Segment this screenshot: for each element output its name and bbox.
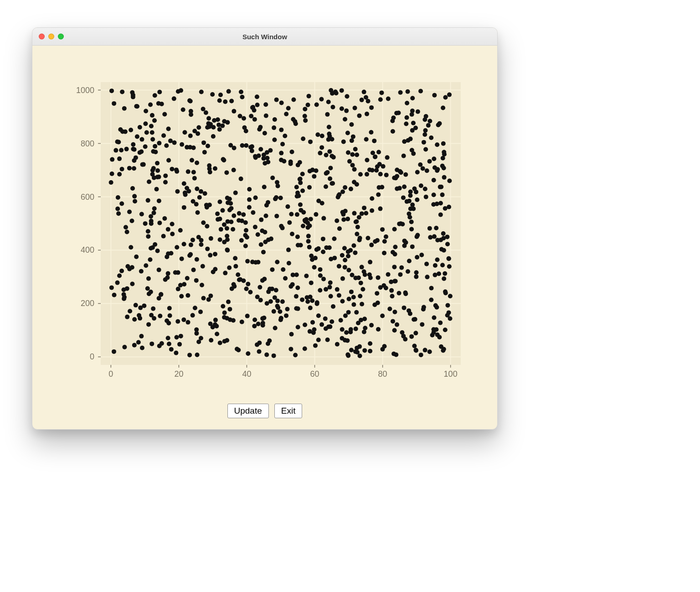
svg-point-461 xyxy=(217,99,222,103)
svg-point-280 xyxy=(372,139,376,143)
button-bar: Update Exit xyxy=(32,404,497,418)
svg-point-605 xyxy=(115,207,120,211)
svg-point-403 xyxy=(439,247,444,251)
svg-point-816 xyxy=(447,256,451,261)
svg-point-460 xyxy=(294,185,299,189)
svg-point-973 xyxy=(150,137,155,142)
svg-point-302 xyxy=(344,109,349,113)
svg-point-406 xyxy=(225,248,229,252)
svg-point-376 xyxy=(134,254,139,259)
svg-point-662 xyxy=(247,187,252,192)
svg-point-396 xyxy=(260,316,265,321)
svg-point-650 xyxy=(427,119,432,123)
svg-point-573 xyxy=(275,180,279,185)
svg-point-101 xyxy=(196,210,200,215)
svg-point-686 xyxy=(188,99,193,104)
svg-point-381 xyxy=(346,310,351,315)
svg-point-518 xyxy=(208,294,213,298)
svg-point-509 xyxy=(224,170,229,175)
svg-point-120 xyxy=(362,348,367,353)
svg-point-338 xyxy=(360,265,364,270)
svg-point-450 xyxy=(253,225,257,229)
svg-point-368 xyxy=(369,105,374,110)
svg-point-915 xyxy=(157,268,161,272)
svg-point-1031 xyxy=(375,164,380,169)
svg-point-395 xyxy=(349,290,354,294)
svg-point-206 xyxy=(327,149,332,154)
svg-point-68 xyxy=(153,93,157,98)
svg-point-271 xyxy=(152,206,157,211)
svg-point-821 xyxy=(243,220,248,225)
svg-point-522 xyxy=(423,147,428,152)
svg-point-738 xyxy=(138,125,142,130)
exit-button[interactable]: Exit xyxy=(274,404,303,418)
svg-point-956 xyxy=(353,147,358,151)
svg-point-972 xyxy=(155,175,160,179)
svg-point-104 xyxy=(386,272,391,277)
svg-point-834 xyxy=(442,150,446,155)
svg-point-1005 xyxy=(295,212,299,217)
svg-point-971 xyxy=(213,322,217,327)
chart-container: 02040608010002004006008001000 xyxy=(60,73,470,392)
svg-point-723 xyxy=(425,275,429,279)
svg-point-495 xyxy=(166,271,170,276)
svg-point-181 xyxy=(422,140,426,145)
svg-point-1032 xyxy=(283,134,287,138)
svg-point-954 xyxy=(345,94,349,99)
svg-point-203 xyxy=(370,208,374,213)
zoom-icon[interactable] xyxy=(58,34,64,40)
close-icon[interactable] xyxy=(39,34,45,40)
svg-point-425 xyxy=(112,293,117,297)
svg-point-462 xyxy=(177,342,182,347)
svg-point-907 xyxy=(443,290,448,294)
svg-text:60: 60 xyxy=(310,369,319,379)
svg-point-925 xyxy=(120,167,124,171)
svg-point-872 xyxy=(432,315,437,320)
svg-point-67 xyxy=(223,271,227,275)
svg-point-352 xyxy=(384,234,388,239)
svg-point-882 xyxy=(165,318,169,323)
svg-point-691 xyxy=(445,303,450,307)
svg-point-500 xyxy=(426,123,431,128)
svg-point-794 xyxy=(168,313,172,318)
svg-point-1010 xyxy=(130,90,134,95)
svg-point-76 xyxy=(186,169,190,174)
svg-point-316 xyxy=(196,131,200,136)
svg-point-670 xyxy=(347,159,352,164)
svg-point-198 xyxy=(407,199,412,203)
svg-text:20: 20 xyxy=(174,369,183,379)
svg-point-204 xyxy=(139,334,144,338)
svg-point-817 xyxy=(287,261,291,265)
svg-point-172 xyxy=(256,322,261,326)
svg-point-185 xyxy=(344,330,349,335)
svg-point-857 xyxy=(176,287,180,291)
svg-point-768 xyxy=(355,152,359,157)
svg-point-698 xyxy=(232,213,236,218)
svg-point-801 xyxy=(175,335,179,339)
svg-point-166 xyxy=(190,313,195,317)
svg-point-689 xyxy=(135,104,139,109)
svg-point-889 xyxy=(298,177,303,181)
window-title: Such Window xyxy=(32,33,497,41)
svg-point-884 xyxy=(340,327,345,332)
update-button[interactable]: Update xyxy=(227,404,269,418)
svg-point-943 xyxy=(239,177,243,181)
svg-point-688 xyxy=(270,267,274,272)
svg-point-559 xyxy=(326,100,331,104)
svg-point-243 xyxy=(206,144,210,148)
svg-point-761 xyxy=(427,226,432,231)
minimize-icon[interactable] xyxy=(48,34,54,40)
svg-point-917 xyxy=(138,306,143,310)
svg-point-456 xyxy=(150,130,154,135)
svg-point-41 xyxy=(406,89,410,94)
svg-point-620 xyxy=(354,327,358,331)
svg-point-332 xyxy=(395,322,399,327)
svg-text:800: 800 xyxy=(81,139,94,148)
svg-point-571 xyxy=(170,232,175,236)
svg-point-911 xyxy=(247,205,252,209)
svg-point-593 xyxy=(409,227,414,231)
svg-point-667 xyxy=(402,244,407,248)
svg-point-975 xyxy=(273,295,277,300)
svg-point-767 xyxy=(406,269,410,274)
svg-point-498 xyxy=(246,282,250,286)
